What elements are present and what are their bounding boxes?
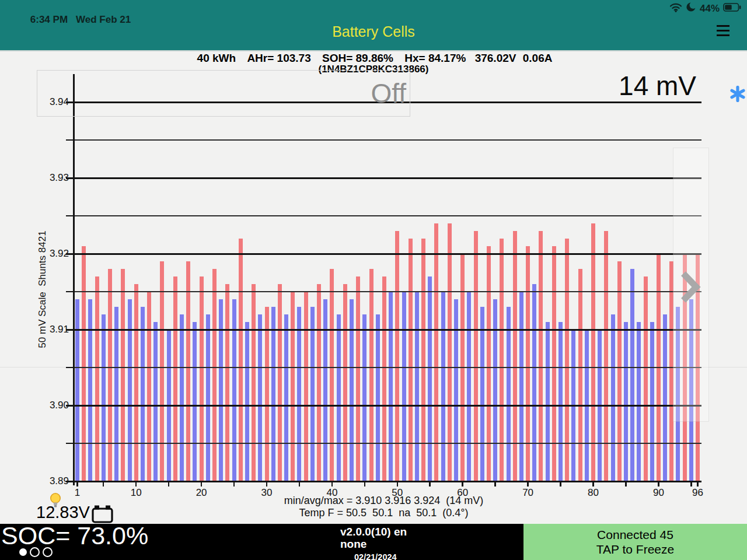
page-dot [30, 547, 40, 557]
x-tick-1 [76, 481, 78, 487]
stat-hx: Hx= 84.17% [404, 52, 466, 64]
status-bar: 6:34 PMWed Feb 21 44 [0, 0, 747, 16]
connection-status: Connected 45 [597, 527, 673, 542]
cell-bar-72 [539, 231, 543, 481]
cell-bar-15 [167, 330, 171, 481]
cell-bar-41 [337, 314, 341, 481]
gridline-3935 [74, 139, 701, 141]
gridline-3895 [74, 443, 701, 444]
cell-bar-57 [441, 292, 445, 481]
gridline-3890 [74, 481, 701, 482]
page-dot [43, 547, 53, 557]
x-tick-30 [266, 481, 268, 487]
cell-bar-71 [532, 284, 536, 481]
cell-bar-50 [395, 231, 399, 481]
nav-bar: Battery Cells [0, 16, 747, 50]
cell-bar-49 [389, 292, 393, 481]
cell-bar-86 [630, 269, 634, 481]
cell-bar-31 [271, 307, 275, 481]
cell-bar-42 [343, 284, 347, 481]
cell-bar-33 [284, 314, 288, 481]
cell-bar-26 [239, 239, 243, 481]
app-version: v2.0.0(10) en [340, 526, 407, 538]
cell-bar-13 [153, 322, 158, 481]
cell-bar-28 [252, 284, 256, 481]
battery-percent: 44% [700, 3, 720, 15]
cell-bar-85 [624, 322, 628, 481]
cell-bar-11 [141, 307, 145, 481]
cell-bar-77 [571, 330, 575, 481]
x-tick-20 [201, 481, 203, 487]
cell-bar-37 [310, 307, 315, 481]
x-tick-60 [462, 481, 463, 487]
cell-bar-14 [160, 261, 164, 481]
x-tick-70 [527, 481, 529, 487]
asterisk-icon [729, 86, 746, 104]
stat-soh: SOH= 89.86% [322, 52, 393, 64]
cell-bar-16 [173, 276, 177, 481]
x-tick-10 [135, 481, 137, 487]
status-right: 44% [669, 2, 741, 15]
leafspy-battery-cells-screen: 6:34 PMWed Feb 21 44 [0, 0, 747, 560]
cell-bar-90 [657, 254, 661, 481]
cell-bar-39 [323, 299, 327, 481]
x-tick-85 [625, 481, 627, 487]
stat-ahr: AHr= 103.73 [247, 52, 310, 64]
x-tick-75 [560, 481, 561, 487]
cell-bar-6 [108, 269, 112, 481]
cell-bar-30 [265, 307, 269, 481]
cell-bar-91 [663, 314, 667, 481]
cell-bar-19 [193, 322, 197, 481]
cell-bar-2 [82, 246, 86, 481]
x-tick-96 [697, 481, 699, 487]
connection-status-button[interactable]: Connected 45 TAP to Freeze [523, 524, 747, 560]
cell-bar-83 [611, 314, 615, 481]
cell-bar-56 [434, 223, 438, 481]
cell-bar-53 [415, 292, 419, 481]
header-bar: 6:34 PMWed Feb 21 44 [0, 0, 747, 51]
page-title: Battery Cells [0, 23, 747, 40]
cell-bar-18 [186, 261, 190, 481]
pack-stats-line: 40 kWh AHr= 103.73 SOH= 89.86% Hx= 84.17… [0, 52, 747, 65]
cell-bar-48 [382, 276, 386, 481]
cell-bar-66 [500, 239, 504, 481]
shunts-off-label: Off [371, 78, 406, 109]
aux-battery-voltage: 12.83V [36, 503, 90, 522]
cell-bar-35 [297, 307, 301, 481]
cell-bar-43 [350, 299, 354, 481]
cell-bar-44 [356, 276, 360, 481]
cell-bar-68 [513, 231, 517, 481]
cell-bar-46 [369, 269, 374, 481]
cell-bar-3 [88, 299, 92, 481]
hamburger-menu-icon[interactable] [717, 22, 732, 40]
stat-capacity: 40 kWh [197, 52, 236, 64]
gridline-3900 [74, 405, 701, 407]
x-tick-65 [494, 481, 496, 487]
shunts-off-button[interactable]: Off [37, 70, 410, 117]
moon-icon [686, 2, 696, 15]
x-tick-90 [658, 481, 659, 487]
cell-bar-36 [304, 292, 308, 481]
y-axis-line [73, 74, 75, 485]
cell-bar-87 [637, 322, 641, 481]
cell-bar-70 [526, 246, 530, 481]
y-axis-title: 50 mV Scale Shunts 8421 [37, 202, 48, 377]
tap-to-freeze-hint: TAP to Freeze [596, 542, 674, 556]
y-axis-label: 3.89 [30, 475, 69, 487]
cell-bar-78 [578, 269, 582, 481]
cell-bar-75 [558, 322, 563, 481]
next-page-chevron-icon[interactable] [678, 269, 701, 307]
cell-bar-60 [460, 254, 465, 481]
cell-bar-17 [180, 314, 184, 481]
cell-bar-32 [278, 284, 282, 481]
y-axis-label: 3.91 [30, 324, 69, 335]
cell-bar-88 [644, 276, 648, 481]
cell-bar-45 [362, 314, 366, 481]
stat-amps: 0.06A [523, 52, 553, 64]
cell-bar-59 [454, 299, 458, 481]
cell-bar-29 [258, 314, 262, 481]
cell-bar-38 [317, 284, 321, 481]
cell-bar-69 [519, 292, 523, 481]
battery-icon [723, 3, 741, 15]
page-dot-active [19, 548, 27, 556]
